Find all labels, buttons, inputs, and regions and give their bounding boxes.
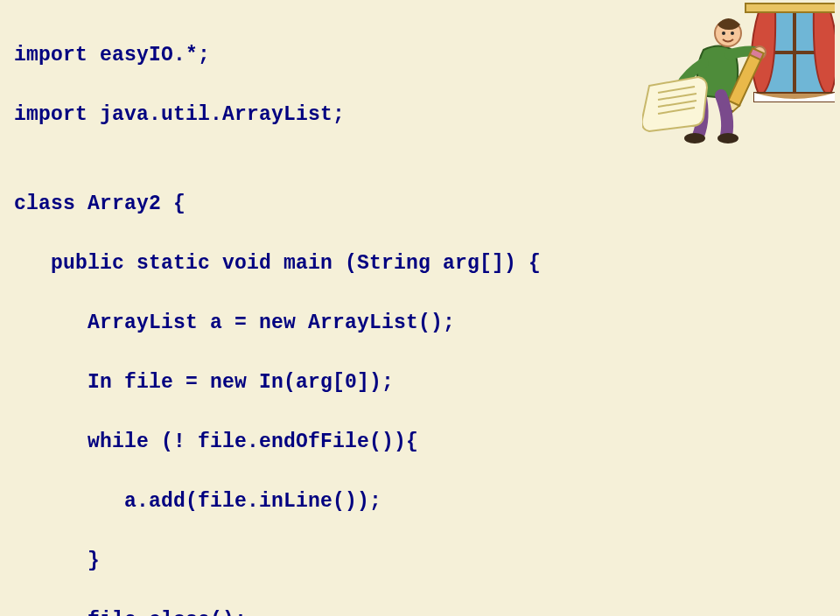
code-line: file.close(); [14,606,840,616]
code-line: public static void main (String arg[]) { [14,248,840,278]
svg-point-15 [718,133,738,144]
decorative-illustration [642,2,835,150]
svg-point-14 [684,133,705,144]
slide-page: import easyIO.*; import java.util.ArrayL… [0,0,840,616]
code-line: In file = new In(arg[0]); [14,368,840,397]
code-line: class Array2 { [14,189,840,219]
code-line: while (! file.endOfFile()){ [14,427,840,457]
writer-at-window-icon [642,2,835,150]
code-line: ArrayList a = new ArrayList(); [14,308,840,338]
svg-rect-3 [746,4,835,12]
svg-point-6 [722,32,725,35]
code-line: a.add(file.inLine()); [14,486,840,516]
code-line: } [14,546,840,576]
svg-point-7 [731,32,734,35]
